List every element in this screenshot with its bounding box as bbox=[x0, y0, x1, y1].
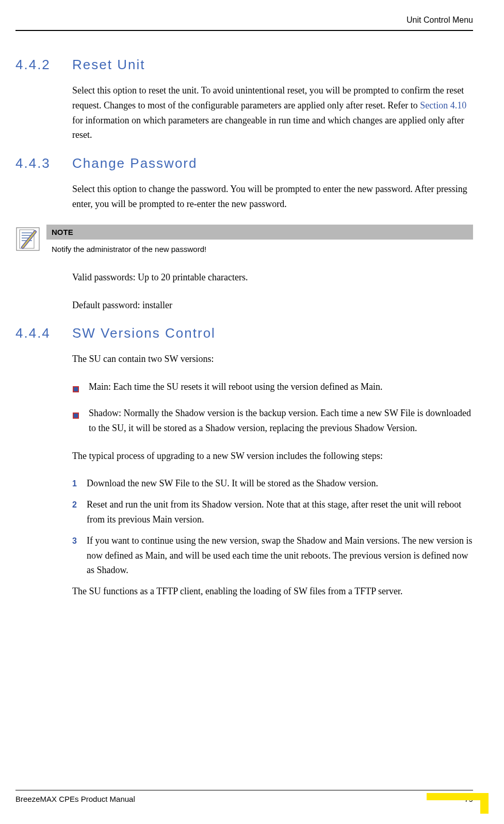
page-footer: BreezeMAX CPEs Product Manual 79 bbox=[15, 790, 473, 803]
paragraph: Valid passwords: Up to 20 printable char… bbox=[72, 270, 473, 285]
page-header: Unit Control Menu bbox=[15, 15, 473, 31]
paragraph: The typical process of upgrading to a ne… bbox=[72, 449, 473, 464]
list-item: 2 Reset and run the unit from its Shadow… bbox=[72, 497, 473, 527]
paragraph: Select this option to reset the unit. To… bbox=[72, 83, 473, 142]
svg-rect-7 bbox=[74, 387, 78, 391]
svg-rect-11 bbox=[480, 793, 489, 814]
square-bullet-icon bbox=[72, 383, 79, 390]
list-item: Shadow: Normally the Shadow version is t… bbox=[72, 406, 473, 436]
note-block: NOTE Notify the administrator of the new… bbox=[15, 225, 473, 256]
step-number: 3 bbox=[72, 534, 79, 548]
list-item: 3 If you want to continue using the new … bbox=[72, 533, 473, 578]
paragraph: The SU functions as a TFTP client, enabl… bbox=[72, 584, 473, 599]
paragraph: The SU can contain two SW versions: bbox=[72, 352, 473, 367]
text: for information on which parameters are … bbox=[72, 115, 464, 140]
step-number: 2 bbox=[72, 498, 79, 512]
list-item-text: Main: Each time the SU resets it will re… bbox=[89, 379, 382, 394]
list-item: 1 Download the new SW File to the SU. It… bbox=[72, 476, 473, 491]
section-number: 4.4.4 bbox=[15, 325, 72, 341]
list-item: Main: Each time the SU resets it will re… bbox=[72, 379, 473, 394]
header-breadcrumb: Unit Control Menu bbox=[407, 15, 473, 24]
link-section-4-10[interactable]: Section 4.10 bbox=[420, 100, 466, 110]
section-title: Reset Unit bbox=[72, 57, 145, 73]
section-number: 4.4.3 bbox=[15, 155, 72, 171]
section-heading-reset-unit: 4.4.2 Reset Unit bbox=[15, 57, 473, 73]
note-icon bbox=[15, 227, 40, 251]
numbered-list: 1 Download the new SW File to the SU. It… bbox=[72, 476, 473, 578]
section-title: SW Versions Control bbox=[72, 325, 216, 341]
text: Select this option to reset the unit. To… bbox=[72, 85, 464, 110]
list-item-text: Shadow: Normally the Shadow version is t… bbox=[89, 406, 473, 436]
bullet-list: Main: Each time the SU resets it will re… bbox=[72, 379, 473, 435]
step-text: Download the new SW File to the SU. It w… bbox=[87, 476, 378, 491]
section-title: Change Password bbox=[72, 155, 197, 171]
section-heading-sw-versions: 4.4.4 SW Versions Control bbox=[15, 325, 473, 341]
corner-mark-icon bbox=[427, 793, 489, 814]
svg-rect-10 bbox=[427, 793, 481, 800]
svg-rect-9 bbox=[74, 414, 78, 418]
paragraph: Select this option to change the passwor… bbox=[72, 182, 473, 212]
step-text: If you want to continue using the new ve… bbox=[87, 533, 473, 578]
paragraph: Default password: installer bbox=[72, 298, 473, 313]
footer-manual-title: BreezeMAX CPEs Product Manual bbox=[15, 795, 135, 803]
step-text: Reset and run the unit from its Shadow v… bbox=[87, 497, 473, 527]
square-bullet-icon bbox=[72, 409, 79, 416]
note-text: Notify the administrator of the new pass… bbox=[46, 240, 473, 256]
step-number: 1 bbox=[72, 477, 79, 490]
section-number: 4.4.2 bbox=[15, 57, 72, 73]
section-heading-change-password: 4.4.3 Change Password bbox=[15, 155, 473, 171]
note-content: NOTE Notify the administrator of the new… bbox=[46, 225, 473, 256]
note-label: NOTE bbox=[46, 225, 473, 240]
